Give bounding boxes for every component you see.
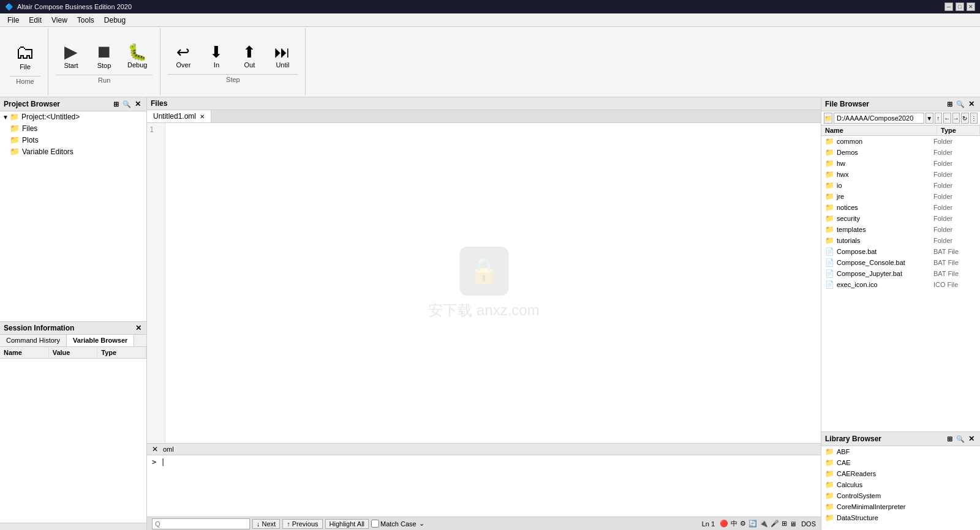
path-options-btn[interactable]: ⋮ [970,113,978,124]
next-button[interactable]: ↓ Next [252,519,280,529]
tree-item-project[interactable]: ▼ 📁 Project:<Untitled> [0,111,146,122]
file-item-type: Folder [933,171,976,178]
file-col-type: Type [937,125,980,135]
file-row[interactable]: 📁templatesFolder [821,224,980,235]
library-row[interactable]: 📁Calculus [821,479,980,490]
file-row[interactable]: 📄exec_icon.icoICO File [821,279,980,290]
library-icon1[interactable]: ⊞ [944,434,954,444]
monitor-icon[interactable]: 🖥 [790,520,796,528]
tree-item-files[interactable]: 📁 Files [0,122,146,134]
console-close-icon[interactable]: ✕ [151,445,159,453]
file-item-name: Compose_Jupyter.bat [837,270,933,277]
file-row[interactable]: 📁tutorialsFolder [821,235,980,246]
file-item-type: Folder [933,215,976,222]
settings-icon[interactable]: ⚙ [740,520,746,528]
session-close-icon[interactable]: ✕ [134,324,143,332]
search-options-icon[interactable]: ⌄ [419,520,424,528]
menu-debug[interactable]: Debug [99,15,130,26]
file-item-type: Folder [933,237,976,244]
file-row[interactable]: 📁noticesFolder [821,202,980,213]
lib-item-icon: 📁 [825,480,834,489]
file-row[interactable]: 📁ioFolder [821,180,980,191]
library-row[interactable]: 📁ControlSystem [821,490,980,501]
tab-label: Untitled1.oml [153,112,196,121]
menu-file[interactable]: File [2,15,24,26]
project-search-icon[interactable]: 🔍 [122,99,132,109]
line-number-1: 1 [149,125,162,134]
lib-item-icon: 📁 [825,491,834,500]
maximize-button[interactable]: □ [956,2,964,11]
lib-item-label: CoreMinimalInterpreter [837,503,905,510]
grid-icon[interactable]: ⊞ [782,520,787,528]
menu-tools[interactable]: Tools [72,15,99,26]
tab-close-button[interactable]: ✕ [200,113,205,120]
file-browser-search-icon[interactable]: 🔍 [956,99,965,109]
lib-item-label: ControlSystem [837,492,881,499]
path-refresh-btn[interactable]: ↻ [961,113,969,124]
highlight-all-button[interactable]: Highlight All [325,519,369,529]
home-label: Home [10,76,40,85]
minimize-button[interactable]: ─ [944,2,953,11]
file-browser-icon1[interactable]: ⊞ [944,99,954,109]
editor-tab-untitled1[interactable]: Untitled1.oml ✕ [147,110,211,122]
file-item-icon: 📁 [825,225,834,234]
menu-view[interactable]: View [47,15,72,26]
plots-folder-icon: 📁 [10,135,20,144]
file-row[interactable]: 📁hwFolder [821,158,980,169]
menu-edit[interactable]: Edit [24,15,47,26]
tab-command-history[interactable]: Command History [0,335,67,346]
path-back-btn[interactable]: ← [943,113,951,124]
out-button[interactable]: ⬆ Out [234,41,265,72]
file-row[interactable]: 📁DemosFolder [821,147,980,158]
file-item-icon: 📁 [825,159,834,168]
library-search-icon[interactable]: 🔍 [956,434,965,444]
in-button[interactable]: ⬇ In [201,41,232,72]
match-case-label[interactable]: Match Case [371,520,417,528]
project-label: Project:<Untitled> [21,113,80,121]
file-item-icon: 📁 [825,148,834,157]
sync-icon[interactable]: 🔄 [748,520,757,528]
file-browser-close-icon[interactable]: ✕ [967,99,976,109]
console-content[interactable]: > | [147,455,821,517]
library-row[interactable]: 📁CoreMinimalInterpreter [821,501,980,512]
library-close-icon[interactable]: ✕ [967,434,976,444]
file-path-input[interactable] [834,113,924,124]
match-case-checkbox[interactable] [371,520,379,528]
path-up-btn[interactable]: ↑ [935,113,943,124]
file-row[interactable]: 📄Compose_Console.batBAT File [821,257,980,268]
previous-button[interactable]: ↑ Previous [282,519,322,529]
file-path-bar: 📁 ▼ ↑ ← → ↻ ⋮ [821,111,980,125]
library-row[interactable]: 📁CAE [821,457,980,468]
lib-item-label: CAEReaders [837,470,876,477]
folder-icon-btn[interactable]: 📁 [824,113,832,124]
file-row[interactable]: 📁commonFolder [821,136,980,147]
library-row[interactable]: 📁CAEReaders [821,468,980,479]
project-icon1[interactable]: ⊞ [111,99,121,109]
library-list: 📁ABF📁CAE📁CAEReaders📁Calculus📁ControlSyst… [821,446,980,530]
start-button[interactable]: ▶ Start [56,40,86,72]
library-row[interactable]: 📁DataStructure [821,512,980,523]
close-window-button[interactable]: ✕ [967,2,975,11]
project-close-icon[interactable]: ✕ [133,99,143,109]
library-row[interactable]: 📁ABF [821,446,980,457]
until-button[interactable]: ⏭ Until [267,41,298,72]
stop-button[interactable]: ⏹ Stop [89,40,119,72]
path-dropdown-btn[interactable]: ▼ [925,113,933,124]
file-row[interactable]: 📁jreFolder [821,191,980,202]
file-row[interactable]: 📄Compose.batBAT File [821,246,980,257]
connect-icon[interactable]: 🔌 [760,520,768,528]
over-button[interactable]: ↩ Over [168,41,198,72]
tab-variable-browser[interactable]: Variable Browser [67,335,134,346]
path-forward-btn[interactable]: → [952,113,960,124]
tree-item-plots[interactable]: 📁 Plots [0,134,146,146]
debug-button[interactable]: 🐛 Debug [122,40,153,72]
mic-icon[interactable]: 🎤 [771,520,779,528]
search-input[interactable] [152,518,250,529]
file-row[interactable]: 📁securityFolder [821,213,980,224]
file-row[interactable]: 📁hwxFolder [821,169,980,180]
editor-area[interactable]: 1 🔒 安下载 anxz.com [147,123,821,443]
tree-item-variable-editors[interactable]: 📁 Variable Editors [0,146,146,157]
file-row[interactable]: 📄Compose_Jupyter.batBAT File [821,268,980,279]
session-scrollbar[interactable] [0,523,146,530]
file-button[interactable]: 🗂 File [10,39,40,73]
